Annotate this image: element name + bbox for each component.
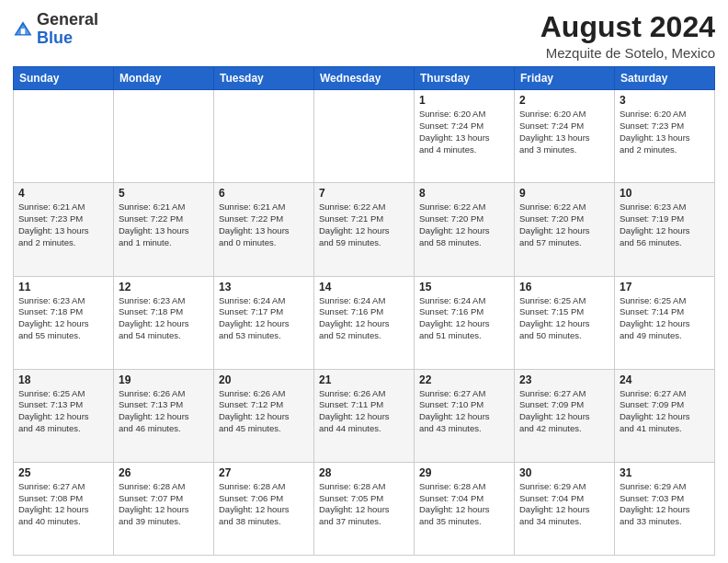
- day-number: 20: [219, 373, 309, 386]
- day-info: Sunrise: 6:24 AMSunset: 7:16 PMDaylight:…: [319, 295, 409, 342]
- cell-1-6: 10Sunrise: 6:23 AMSunset: 7:19 PMDayligh…: [615, 183, 715, 276]
- cell-2-2: 13Sunrise: 6:24 AMSunset: 7:17 PMDayligh…: [214, 276, 314, 369]
- cell-4-1: 26Sunrise: 6:28 AMSunset: 7:07 PMDayligh…: [114, 462, 214, 555]
- day-info: Sunrise: 6:27 AMSunset: 7:10 PMDaylight:…: [419, 388, 509, 435]
- week-row-1: 1Sunrise: 6:20 AMSunset: 7:24 PMDaylight…: [14, 90, 715, 183]
- cell-1-0: 4Sunrise: 6:21 AMSunset: 7:23 PMDaylight…: [14, 183, 114, 276]
- cell-2-1: 12Sunrise: 6:23 AMSunset: 7:18 PMDayligh…: [114, 276, 214, 369]
- cell-0-0: [14, 90, 114, 183]
- calendar-table: Sunday Monday Tuesday Wednesday Thursday…: [13, 66, 715, 556]
- cell-4-3: 28Sunrise: 6:28 AMSunset: 7:05 PMDayligh…: [314, 462, 415, 555]
- cell-3-1: 19Sunrise: 6:26 AMSunset: 7:13 PMDayligh…: [114, 369, 214, 462]
- day-number: 24: [620, 373, 710, 386]
- day-info: Sunrise: 6:21 AMSunset: 7:22 PMDaylight:…: [219, 201, 309, 248]
- day-info: Sunrise: 6:21 AMSunset: 7:22 PMDaylight:…: [119, 201, 209, 248]
- day-number: 22: [419, 373, 509, 386]
- day-number: 30: [519, 466, 609, 479]
- day-number: 9: [519, 187, 609, 200]
- col-tuesday: Tuesday: [214, 67, 314, 90]
- location: Mezquite de Sotelo, Mexico: [540, 45, 715, 61]
- cell-0-2: [214, 90, 314, 183]
- day-info: Sunrise: 6:29 AMSunset: 7:04 PMDaylight:…: [519, 481, 609, 528]
- day-info: Sunrise: 6:27 AMSunset: 7:08 PMDaylight:…: [18, 481, 108, 528]
- day-info: Sunrise: 6:27 AMSunset: 7:09 PMDaylight:…: [620, 388, 710, 435]
- cell-1-4: 8Sunrise: 6:22 AMSunset: 7:20 PMDaylight…: [415, 183, 515, 276]
- logo: General Blue: [13, 11, 98, 48]
- cell-0-5: 2Sunrise: 6:20 AMSunset: 7:24 PMDaylight…: [515, 90, 615, 183]
- day-number: 1: [419, 94, 509, 107]
- day-number: 11: [18, 281, 108, 293]
- day-number: 25: [18, 466, 108, 479]
- day-number: 14: [319, 281, 409, 293]
- cell-3-2: 20Sunrise: 6:26 AMSunset: 7:12 PMDayligh…: [214, 369, 314, 462]
- top-section: General Blue August 2024 Mezquite de Sot…: [13, 11, 715, 61]
- day-info: Sunrise: 6:22 AMSunset: 7:20 PMDaylight:…: [419, 201, 509, 248]
- day-info: Sunrise: 6:28 AMSunset: 7:04 PMDaylight:…: [419, 481, 509, 528]
- day-number: 12: [119, 281, 209, 293]
- col-saturday: Saturday: [615, 67, 715, 90]
- day-info: Sunrise: 6:20 AMSunset: 7:24 PMDaylight:…: [519, 109, 609, 155]
- day-number: 31: [620, 466, 710, 479]
- cell-3-5: 23Sunrise: 6:27 AMSunset: 7:09 PMDayligh…: [515, 369, 615, 462]
- cell-2-5: 16Sunrise: 6:25 AMSunset: 7:15 PMDayligh…: [515, 276, 615, 369]
- cell-0-6: 3Sunrise: 6:20 AMSunset: 7:23 PMDaylight…: [615, 90, 715, 183]
- day-info: Sunrise: 6:23 AMSunset: 7:18 PMDaylight:…: [18, 295, 108, 342]
- day-number: 28: [319, 466, 409, 479]
- day-info: Sunrise: 6:26 AMSunset: 7:12 PMDaylight:…: [219, 388, 309, 435]
- day-info: Sunrise: 6:25 AMSunset: 7:15 PMDaylight:…: [519, 295, 609, 342]
- day-number: 16: [519, 281, 609, 293]
- cell-0-4: 1Sunrise: 6:20 AMSunset: 7:24 PMDaylight…: [415, 90, 515, 183]
- day-info: Sunrise: 6:28 AMSunset: 7:05 PMDaylight:…: [319, 481, 409, 528]
- day-info: Sunrise: 6:25 AMSunset: 7:14 PMDaylight:…: [620, 295, 710, 342]
- cell-1-3: 7Sunrise: 6:22 AMSunset: 7:21 PMDaylight…: [314, 183, 415, 276]
- day-info: Sunrise: 6:28 AMSunset: 7:06 PMDaylight:…: [219, 481, 309, 528]
- day-number: 19: [119, 373, 209, 386]
- day-info: Sunrise: 6:24 AMSunset: 7:17 PMDaylight:…: [219, 295, 309, 342]
- col-thursday: Thursday: [415, 67, 515, 90]
- cell-4-6: 31Sunrise: 6:29 AMSunset: 7:03 PMDayligh…: [615, 462, 715, 555]
- day-number: 5: [119, 187, 209, 200]
- cell-4-4: 29Sunrise: 6:28 AMSunset: 7:04 PMDayligh…: [415, 462, 515, 555]
- day-number: 27: [219, 466, 309, 479]
- cell-1-2: 6Sunrise: 6:21 AMSunset: 7:22 PMDaylight…: [214, 183, 314, 276]
- day-number: 29: [419, 466, 509, 479]
- day-info: Sunrise: 6:23 AMSunset: 7:19 PMDaylight:…: [620, 201, 710, 248]
- day-info: Sunrise: 6:25 AMSunset: 7:13 PMDaylight:…: [18, 388, 108, 435]
- header-row: Sunday Monday Tuesday Wednesday Thursday…: [14, 67, 715, 90]
- cell-0-3: [314, 90, 415, 183]
- day-number: 8: [419, 187, 509, 200]
- page-container: General Blue August 2024 Mezquite de Sot…: [0, 0, 728, 563]
- day-info: Sunrise: 6:26 AMSunset: 7:13 PMDaylight:…: [119, 388, 209, 435]
- day-info: Sunrise: 6:27 AMSunset: 7:09 PMDaylight:…: [519, 388, 609, 435]
- day-number: 15: [419, 281, 509, 293]
- col-friday: Friday: [515, 67, 615, 90]
- week-row-3: 11Sunrise: 6:23 AMSunset: 7:18 PMDayligh…: [14, 276, 715, 369]
- day-number: 17: [620, 281, 710, 293]
- day-info: Sunrise: 6:20 AMSunset: 7:24 PMDaylight:…: [419, 109, 509, 155]
- day-number: 6: [219, 187, 309, 200]
- day-number: 26: [119, 466, 209, 479]
- cell-4-0: 25Sunrise: 6:27 AMSunset: 7:08 PMDayligh…: [14, 462, 114, 555]
- logo-icon: [13, 19, 33, 40]
- svg-rect-2: [21, 29, 25, 34]
- day-info: Sunrise: 6:24 AMSunset: 7:16 PMDaylight:…: [419, 295, 509, 342]
- day-info: Sunrise: 6:20 AMSunset: 7:23 PMDaylight:…: [620, 109, 710, 155]
- day-number: 2: [519, 94, 609, 107]
- cell-1-5: 9Sunrise: 6:22 AMSunset: 7:20 PMDaylight…: [515, 183, 615, 276]
- week-row-5: 25Sunrise: 6:27 AMSunset: 7:08 PMDayligh…: [14, 462, 715, 555]
- cell-1-1: 5Sunrise: 6:21 AMSunset: 7:22 PMDaylight…: [114, 183, 214, 276]
- day-number: 23: [519, 373, 609, 386]
- cell-3-0: 18Sunrise: 6:25 AMSunset: 7:13 PMDayligh…: [14, 369, 114, 462]
- day-info: Sunrise: 6:23 AMSunset: 7:18 PMDaylight:…: [119, 295, 209, 342]
- col-sunday: Sunday: [14, 67, 114, 90]
- day-number: 21: [319, 373, 409, 386]
- cell-3-4: 22Sunrise: 6:27 AMSunset: 7:10 PMDayligh…: [415, 369, 515, 462]
- day-info: Sunrise: 6:28 AMSunset: 7:07 PMDaylight:…: [119, 481, 209, 528]
- day-info: Sunrise: 6:22 AMSunset: 7:21 PMDaylight:…: [319, 201, 409, 248]
- cell-2-0: 11Sunrise: 6:23 AMSunset: 7:18 PMDayligh…: [14, 276, 114, 369]
- title-section: August 2024 Mezquite de Sotelo, Mexico: [540, 11, 715, 61]
- cell-4-2: 27Sunrise: 6:28 AMSunset: 7:06 PMDayligh…: [214, 462, 314, 555]
- week-row-2: 4Sunrise: 6:21 AMSunset: 7:23 PMDaylight…: [14, 183, 715, 276]
- day-info: Sunrise: 6:29 AMSunset: 7:03 PMDaylight:…: [620, 481, 710, 528]
- day-number: 10: [620, 187, 710, 200]
